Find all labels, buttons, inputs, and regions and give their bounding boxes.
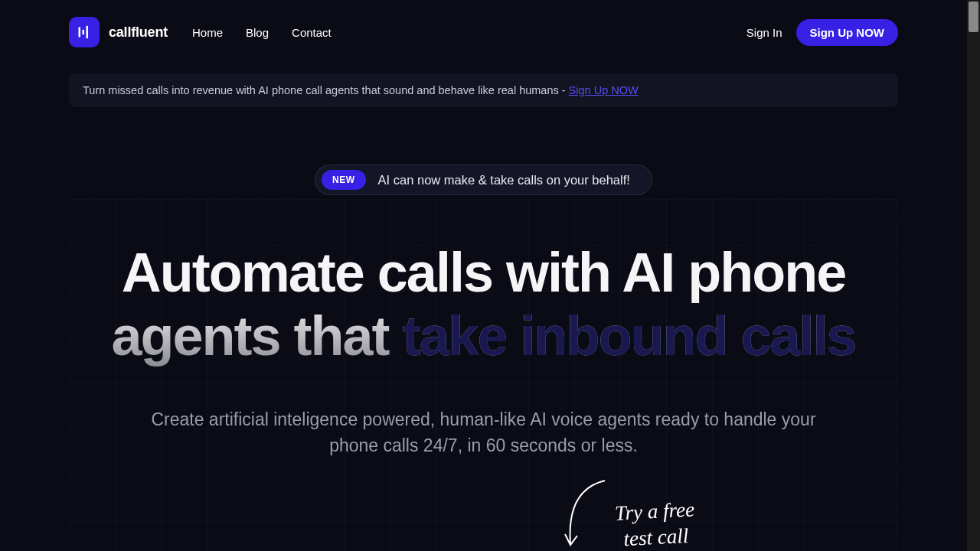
header-left-group: callfluent Home Blog Contact (69, 17, 332, 47)
arrow-icon (551, 474, 612, 551)
site-header: callfluent Home Blog Contact Sign In Sig… (69, 0, 898, 57)
signin-link[interactable]: Sign In (746, 26, 782, 39)
signup-button[interactable]: Sign Up NOW (796, 19, 899, 46)
pill-caption: AI can now make & take calls on your beh… (378, 173, 630, 187)
logo-mark (69, 17, 100, 47)
hero-subhead: Create artificial inteligence powered, h… (139, 406, 828, 459)
brand-name: callfluent (109, 24, 168, 41)
logo-bars-icon (77, 24, 92, 40)
callout-line2: test call (623, 524, 689, 550)
headline-accent: take inbound calls (402, 305, 855, 367)
test-call-callout: Try a free test call (551, 474, 695, 551)
callout-text: Try a free test call (614, 497, 696, 551)
svg-rect-1 (83, 30, 85, 35)
nav-blog[interactable]: Blog (246, 26, 269, 39)
svg-rect-0 (79, 27, 81, 37)
hero-headline: Automate calls with AI phone agents that… (69, 241, 898, 368)
primary-nav: Home Blog Contact (192, 26, 332, 39)
scrollbar-thumb[interactable] (969, 2, 978, 32)
banner-text: Turn missed calls into revenue with AI p… (83, 84, 569, 96)
svg-rect-2 (87, 26, 89, 39)
promo-banner: Turn missed calls into revenue with AI p… (69, 73, 898, 107)
hero-section: NEW AI can now make & take calls on your… (69, 165, 898, 459)
nav-contact[interactable]: Contact (292, 26, 332, 39)
banner-signup-link[interactable]: Sign Up NOW (569, 84, 639, 96)
callout-line1: Try a free (614, 497, 694, 524)
nav-home[interactable]: Home (192, 26, 223, 39)
scrollbar-track[interactable] (967, 0, 980, 551)
header-right-group: Sign In Sign Up NOW (746, 19, 898, 46)
new-badge: NEW (322, 170, 366, 190)
feature-pill: NEW AI can now make & take calls on your… (315, 165, 652, 195)
brand-logo[interactable]: callfluent (69, 17, 168, 47)
